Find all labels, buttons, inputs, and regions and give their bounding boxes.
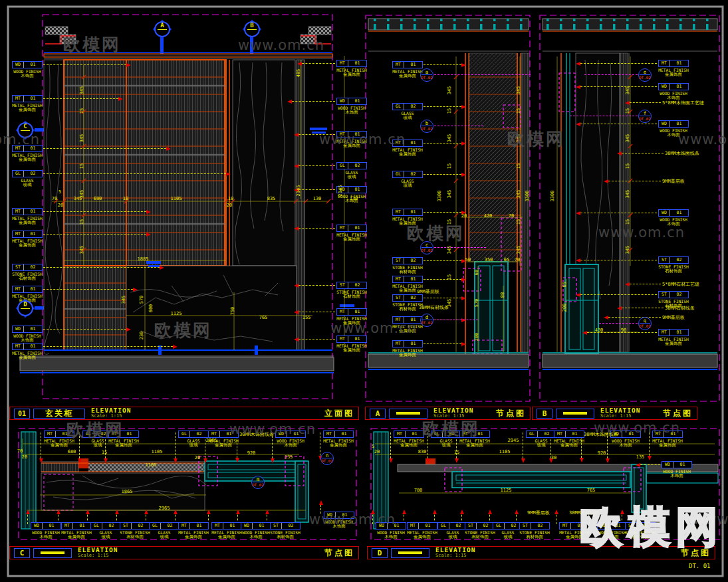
material-tag-box: GL02 bbox=[12, 170, 43, 177]
material-code: WD bbox=[659, 121, 670, 127]
material-number: 01 bbox=[223, 523, 241, 529]
material-tag-box: MT01 bbox=[392, 276, 423, 283]
leader-arrow bbox=[461, 105, 466, 109]
dimension-label: 420 bbox=[484, 213, 493, 219]
leader-arrow bbox=[271, 458, 275, 463]
material-number: 02 bbox=[477, 523, 495, 529]
dimension-label: 3300 bbox=[437, 191, 442, 202]
dimension-label: 1125 bbox=[171, 311, 182, 316]
leader-arrow bbox=[620, 510, 624, 514]
material-code: MT bbox=[408, 523, 419, 529]
material-number: 02 bbox=[670, 292, 688, 298]
detail-leader bbox=[434, 74, 531, 75]
material-number: 01 bbox=[388, 523, 406, 529]
material-tag-mt01: MT01METAL FINISH金属饰面 bbox=[211, 522, 242, 539]
material-tag-box: MT01 bbox=[12, 95, 43, 102]
view-dash-box bbox=[391, 548, 429, 558]
material-tag-box: ST02 bbox=[336, 282, 367, 289]
dimension-label: 10 bbox=[228, 196, 233, 201]
view-title: ELEVATION bbox=[78, 547, 118, 553]
material-tag-gl02: GL02GLASS玻璃 bbox=[149, 522, 180, 539]
leader-arrow bbox=[287, 100, 292, 104]
leader-arrow bbox=[576, 211, 580, 215]
material-label-zh: 石材饰面 bbox=[12, 276, 43, 281]
dim-leader bbox=[295, 339, 335, 340]
material-label-zh: 金属饰面 bbox=[336, 348, 367, 353]
material-tag-box: MT01 bbox=[12, 343, 43, 350]
leader-arrow bbox=[580, 458, 584, 462]
material-code: WD bbox=[598, 523, 609, 529]
material-code: MT bbox=[659, 330, 670, 336]
material-tag-box: MT01 bbox=[459, 431, 490, 438]
dim-leader bbox=[43, 329, 130, 330]
dim-leader bbox=[27, 511, 28, 524]
leader-arrow bbox=[426, 458, 430, 463]
dimension-label: 835 bbox=[267, 196, 276, 201]
material-tag-box: GL02 bbox=[392, 103, 423, 110]
material-number: 02 bbox=[348, 163, 366, 169]
material-tag-box: WD01 bbox=[658, 209, 689, 217]
annotation-text: 9MM基层板 bbox=[662, 314, 685, 321]
dim-leader bbox=[390, 433, 391, 462]
dim-leader bbox=[637, 464, 660, 465]
leader-arrow bbox=[236, 510, 240, 514]
material-number: 01 bbox=[419, 523, 437, 529]
dim-leader bbox=[424, 143, 465, 144]
dim-leader bbox=[295, 189, 335, 190]
material-code: WD bbox=[31, 523, 43, 529]
material-number: 02 bbox=[538, 431, 556, 437]
material-code: ST bbox=[626, 523, 637, 529]
dimension-label: 135 bbox=[636, 454, 645, 460]
annotation-text: 30MM石材线条 bbox=[569, 510, 599, 516]
leader-arrow bbox=[455, 458, 459, 463]
material-code: WD bbox=[376, 523, 388, 529]
material-number: 02 bbox=[404, 171, 422, 177]
detail-marker-n: nDT.02 bbox=[320, 452, 334, 465]
material-tag-wd01: WD01WOOD FINISH木饰面 bbox=[658, 120, 689, 138]
material-tag-box: MT01 bbox=[44, 431, 74, 438]
material-tag-box: GL02 bbox=[149, 522, 180, 530]
view-dash bbox=[396, 412, 420, 415]
dim-leader bbox=[618, 153, 664, 153]
leader-arrow bbox=[174, 510, 178, 514]
leader-arrow bbox=[294, 284, 299, 288]
dim-leader bbox=[43, 346, 176, 347]
view-title: ELEVATION bbox=[435, 547, 475, 553]
material-number: 02 bbox=[404, 104, 422, 110]
dim-leader bbox=[295, 285, 335, 286]
view-titlebar: DELEVATIONScale: 1:15节点图 bbox=[367, 546, 715, 559]
dimension-label: 50 bbox=[465, 257, 471, 262]
material-code: ST bbox=[120, 523, 132, 529]
dimension-label: 155 bbox=[303, 315, 311, 320]
material-number: 01 bbox=[404, 62, 422, 68]
material-tag-mt01: MT01METAL FINISH金属饰面 bbox=[394, 431, 424, 448]
material-code: MT bbox=[13, 343, 24, 349]
dimension-label: 200 bbox=[562, 304, 567, 312]
dimension-label: 765 bbox=[259, 315, 268, 320]
view-dash bbox=[563, 412, 587, 415]
section-divider bbox=[247, 29, 257, 30]
material-number: 01 bbox=[404, 209, 422, 215]
dim-leader bbox=[577, 294, 657, 295]
leader-arrow bbox=[294, 164, 299, 168]
material-code: MT bbox=[13, 286, 24, 292]
section-marker-a: A bbox=[153, 20, 172, 39]
material-tag-box: ST02 bbox=[270, 522, 301, 530]
view-title: ELEVATION bbox=[600, 407, 640, 413]
material-tag-mt01: MT01METAL FINISH金属饰面 bbox=[392, 340, 423, 357]
material-label-zh: 金属饰面 bbox=[554, 443, 584, 448]
dimension-label: 30 bbox=[551, 455, 556, 460]
material-label-zh: 金属饰面 bbox=[12, 221, 43, 225]
dim-leader bbox=[577, 86, 657, 87]
view-letter-box: B bbox=[537, 409, 552, 419]
material-number: 01 bbox=[471, 431, 489, 437]
material-code: WD bbox=[324, 512, 336, 518]
dimension-label: 70 bbox=[52, 196, 57, 201]
material-tag-box: MT01 bbox=[12, 286, 43, 293]
leader-arrow bbox=[118, 97, 123, 101]
material-number: 02 bbox=[404, 258, 422, 264]
material-tag-mt01: MT01METAL FINISH金属饰面 bbox=[12, 145, 43, 162]
material-label-zh: 玻璃 bbox=[431, 443, 461, 448]
material-tag-st02: ST02STONE FINISH石材饰面 bbox=[465, 522, 495, 539]
material-tag-box: MT01 bbox=[392, 209, 423, 216]
